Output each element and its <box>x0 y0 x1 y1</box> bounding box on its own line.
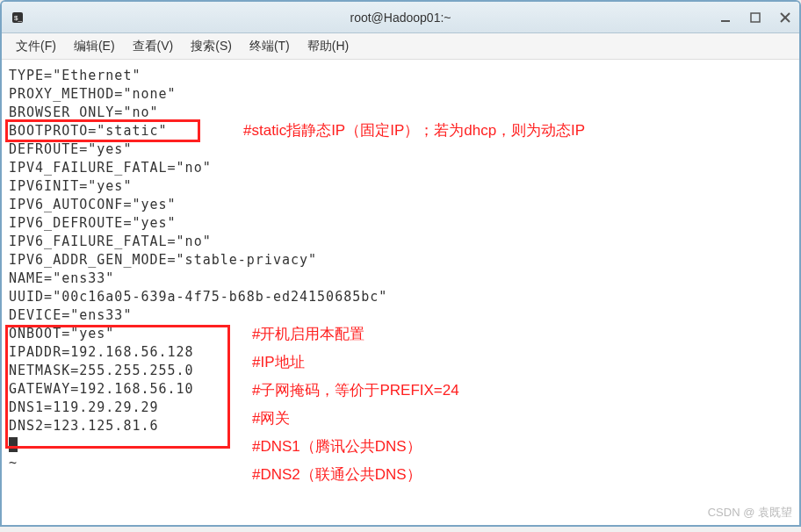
close-button[interactable] <box>778 11 792 25</box>
config-line-dns2: DNS2=123.125.81.6 <box>9 417 799 435</box>
app-icon: $_ <box>11 11 25 25</box>
config-line: IPV6_DEFROUTE="yes" <box>9 214 799 233</box>
minimize-button[interactable] <box>718 11 732 25</box>
cursor-icon <box>9 437 18 452</box>
menu-file[interactable]: 文件(F) <box>7 35 65 58</box>
annotation-gateway: #网关 <box>252 409 290 428</box>
svg-rect-3 <box>751 13 760 22</box>
config-line: UUID="00c16a05-639a-4f75-b68b-ed24150685… <box>9 288 799 306</box>
annotation-onboot: #开机启用本配置 <box>252 325 364 343</box>
annotation-dns2: #DNS2（联通公共DNS） <box>252 465 422 484</box>
window-title: root@Hadoop01:~ <box>350 11 451 25</box>
annotation-netmask: #子网掩码，等价于PREFIX=24 <box>252 381 459 399</box>
config-line: IPV6_AUTOCONF="yes" <box>9 196 799 214</box>
window-controls <box>718 11 792 25</box>
terminal-area[interactable]: TYPE="Ethernet" PROXY_METHOD="none" BROW… <box>2 60 799 525</box>
config-line: TYPE="Ethernet" <box>9 67 799 85</box>
config-line: BROWSER_ONLY="no" <box>9 104 799 122</box>
config-line: NAME="ens33" <box>9 270 799 288</box>
config-line: PROXY_METHOD="none" <box>9 85 799 104</box>
config-line: IPV6_FAILURE_FATAL="no" <box>9 233 799 251</box>
config-line: IPV6INIT="yes" <box>9 177 799 196</box>
menu-view[interactable]: 查看(V) <box>124 35 183 58</box>
config-line-netmask: NETMASK=255.255.255.0 <box>9 362 799 380</box>
menu-terminal[interactable]: 终端(T) <box>241 35 299 58</box>
svg-text:$_: $_ <box>14 14 22 22</box>
annotation-dns1: #DNS1（腾讯公共DNS） <box>252 437 422 456</box>
watermark: CSDN @ 袁既望 <box>708 503 792 521</box>
maximize-button[interactable] <box>748 11 762 25</box>
menu-search[interactable]: 搜索(S) <box>182 35 241 58</box>
annotation-ipaddr: #IP地址 <box>252 353 305 371</box>
config-line-dns1: DNS1=119.29.29.29 <box>9 399 799 417</box>
config-line-ipaddr: IPADDR=192.168.56.128 <box>9 343 799 362</box>
menu-edit[interactable]: 编辑(E) <box>65 35 124 58</box>
menu-help[interactable]: 帮助(H) <box>299 35 357 58</box>
menubar: 文件(F) 编辑(E) 查看(V) 搜索(S) 终端(T) 帮助(H) <box>2 33 799 60</box>
annotation-static: #static指静态IP（固定IP）；若为dhcp，则为动态IP <box>243 121 585 140</box>
config-line-onboot: ONBOOT="yes" <box>9 325 799 343</box>
titlebar[interactable]: $_ root@Hadoop01:~ <box>2 2 799 33</box>
config-line: IPV6_ADDR_GEN_MODE="stable-privacy" <box>9 251 799 270</box>
config-line: DEVICE="ens33" <box>9 306 799 325</box>
terminal-window: $_ root@Hadoop01:~ 文件(F) 编辑(E) 查看(V) 搜索(… <box>0 0 801 527</box>
config-line: IPV4_FAILURE_FATAL="no" <box>9 159 799 177</box>
config-line: DEFROUTE="yes" <box>9 140 799 159</box>
